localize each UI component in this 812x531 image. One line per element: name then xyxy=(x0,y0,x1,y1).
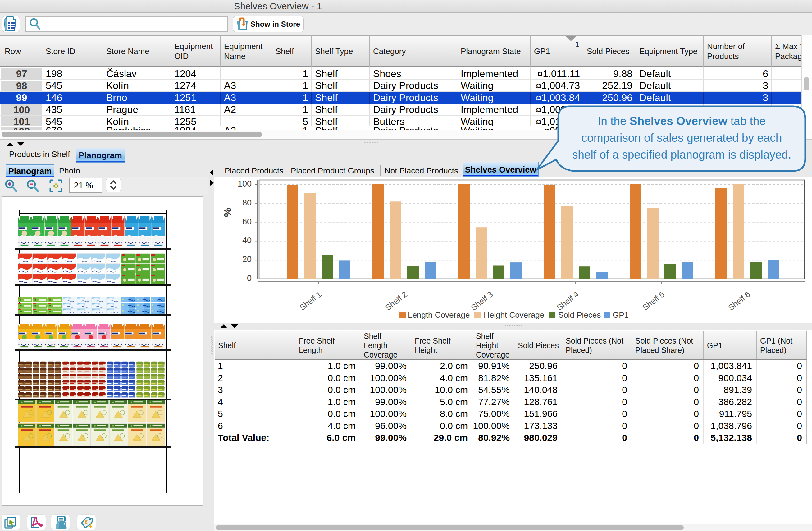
svg-text:€: € xyxy=(85,519,88,525)
svg-text:Shelf 2: Shelf 2 xyxy=(383,290,409,312)
svg-text:Shelf 1: Shelf 1 xyxy=(298,290,323,312)
svg-text:Shelf 4: Shelf 4 xyxy=(555,290,580,312)
svg-text:Shelf 3: Shelf 3 xyxy=(469,290,494,312)
svg-text:Shelf 6: Shelf 6 xyxy=(726,290,752,312)
svg-text:Shelf 5: Shelf 5 xyxy=(640,290,666,312)
